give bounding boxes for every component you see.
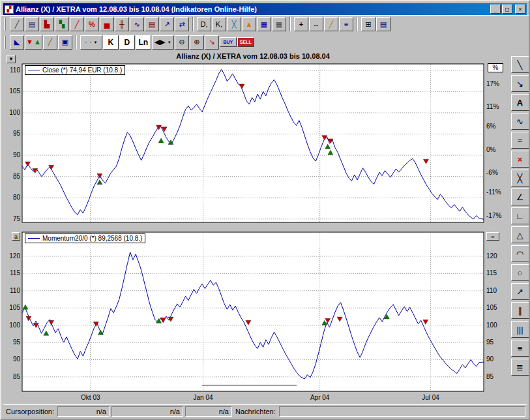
candlestick-button[interactable]: ╫ <box>115 17 129 31</box>
angle-tool-button[interactable]: ∠ <box>511 188 529 205</box>
chart-window-button[interactable]: ▣ <box>58 35 72 50</box>
pencil-icon: ╱ <box>329 21 334 28</box>
transfer-icon: ⇄ <box>179 21 184 28</box>
toolbar-separator <box>76 35 77 50</box>
quote-list-button[interactable]: ▤ <box>145 17 159 31</box>
percent-axis-button[interactable]: % <box>488 63 503 72</box>
trend-arrow-tool-button[interactable]: ↗ <box>511 283 529 300</box>
toolbar-grip[interactable] <box>4 18 6 31</box>
toolbar-separator <box>192 17 194 31</box>
price-chart[interactable]: 758085909510010511017%11%6%0%-6%-11%-17% <box>4 63 506 226</box>
percent-scale-button[interactable]: % <box>85 17 99 31</box>
red-bars-button[interactable]: ▙ <box>40 17 54 31</box>
momentum-series-color-sample <box>28 238 40 239</box>
y-axis-label: 90 <box>13 355 21 363</box>
signals-button[interactable]: ▼▲ <box>25 35 42 50</box>
gray-table-icon: ▦ <box>276 21 282 28</box>
line-chart-button[interactable]: ∿ <box>130 17 144 31</box>
indicator-alert-button[interactable]: ▲ <box>242 17 256 31</box>
y-axis-label: 105 <box>9 87 20 95</box>
zoom-out-button[interactable]: ⊖ <box>175 35 189 50</box>
momentum-chart[interactable]: 8585909095951001001051051101101151151201… <box>4 231 506 404</box>
wave-tool-icon: ≈ <box>518 136 522 145</box>
blue-table-button[interactable]: ▦ <box>257 17 271 31</box>
green-area-icon: ▚ <box>59 21 65 28</box>
ln-scale-icon: Ln <box>138 38 148 46</box>
triangle-tool-button[interactable]: △ <box>511 226 529 243</box>
delete-drawing-tool-button[interactable]: × <box>511 151 529 168</box>
pan-button[interactable]: ◀▶▼ <box>152 35 174 50</box>
ln-scale-button[interactable]: Ln <box>136 35 151 50</box>
pencil-button[interactable]: ╱ <box>324 17 338 31</box>
cursor-value-field-2: n/a <box>111 406 183 417</box>
notes-button[interactable]: ▤ <box>376 17 390 31</box>
d-scale-button[interactable]: D <box>119 35 135 50</box>
x-axis-label: Apr 04 <box>310 394 330 401</box>
tools-tool-button[interactable]: ╳ <box>511 170 529 187</box>
chart-arrow-button[interactable]: ↗ <box>160 17 174 31</box>
toolbar-grip[interactable] <box>4 36 6 49</box>
application-window: ▞ Allianz (X) / XETRA vom 12.08.03 bis 1… <box>0 0 530 420</box>
zoom-out-icon: ⊖ <box>179 38 184 46</box>
mountain-chart-button[interactable]: ◣ <box>10 35 24 50</box>
fibonacci-tool-button[interactable]: ≣ <box>511 359 529 376</box>
indicator-cross-button[interactable]: ╳ <box>227 17 241 31</box>
daily-period-button[interactable]: D, <box>197 17 211 31</box>
histogram-button[interactable]: ▅ <box>100 17 114 31</box>
grid-button[interactable]: ⊞ <box>361 17 375 31</box>
annotate-button[interactable]: ╱ <box>43 35 57 50</box>
zoom-in-button[interactable]: ⊕ <box>190 35 204 50</box>
percent-axis-label: 17% <box>486 80 499 87</box>
crosshair-button[interactable]: + <box>294 17 308 31</box>
channel-tool-button[interactable]: ≡ <box>511 340 529 357</box>
triangle-tool-icon: △ <box>517 231 523 239</box>
price-legend[interactable]: Close (*) 74,94 EUR (10.8.) <box>25 65 125 75</box>
parallel-lines-tool-icon: ∥ <box>518 307 522 315</box>
arrow-tool-button[interactable]: ↘ <box>511 75 529 92</box>
green-area-button[interactable]: ▚ <box>55 17 69 31</box>
right-angle-tool-button[interactable]: ∟ <box>511 207 529 224</box>
move-button[interactable]: ↔ <box>309 17 323 31</box>
gray-table-button[interactable]: ▦ <box>272 17 286 31</box>
copy-page-icon: ▤ <box>29 21 35 28</box>
wave-tool-button[interactable]: ≈ <box>511 132 529 149</box>
buy-button[interactable]: BUY <box>220 37 237 47</box>
statusbar: Cursorposition: n/a n/a n/a Nachrichten: <box>3 404 527 417</box>
window-controls: _ □ × <box>490 5 525 14</box>
cursor-value-field-1: n/a <box>57 406 110 417</box>
pan-icon: ◀▶ <box>155 38 166 46</box>
grid-icon: ⊞ <box>365 21 371 28</box>
text-tool-button[interactable]: A <box>511 94 529 111</box>
dropdown-arrow-icon: ▼ <box>94 40 98 44</box>
red-pen-button[interactable]: ╱ <box>70 17 84 31</box>
zigzag-tool-button[interactable]: ∿ <box>511 113 529 130</box>
period-icon: · · <box>85 38 91 46</box>
right-angle-tool-icon: ∟ <box>516 212 524 220</box>
edit-page-button[interactable]: ╱ <box>10 17 24 31</box>
y-axis-label: 115 <box>10 269 20 277</box>
parallel-lines-tool-button[interactable]: ∥ <box>511 302 529 319</box>
k-scale-button[interactable]: K <box>103 35 119 50</box>
maximize-button[interactable]: □ <box>502 5 512 14</box>
percent-scale-icon: % <box>89 21 95 28</box>
period-button[interactable]: · ·▼ <box>80 35 102 50</box>
y-axis-label: 100 <box>9 109 20 116</box>
compress-button[interactable]: ↘ <box>205 35 219 50</box>
copy-page-button[interactable]: ▤ <box>25 17 39 31</box>
hatch-lines-tool-button[interactable]: ||| <box>511 321 529 338</box>
arc-tool-button[interactable]: ◠ <box>511 245 529 262</box>
circle-tool-button[interactable]: ○ <box>511 264 529 281</box>
weekly-period-button[interactable]: K, <box>212 17 226 31</box>
help-book-icon: ≡ <box>344 21 348 28</box>
titlebar[interactable]: ▞ Allianz (X) / XETRA vom 12.08.03 bis 1… <box>3 3 527 15</box>
close-button[interactable]: × <box>515 5 525 14</box>
line-tool-button[interactable]: ╲ <box>511 56 529 73</box>
sell-button[interactable]: SELL <box>237 37 254 47</box>
plot-area[interactable] <box>22 64 484 222</box>
momentum-legend[interactable]: Momentum20/0 (*) 89,2568 (10.8.) <box>25 233 145 243</box>
minimize-button[interactable]: _ <box>490 5 501 14</box>
transfer-button[interactable]: ⇄ <box>175 17 189 31</box>
candlestick-icon: ╫ <box>119 21 125 28</box>
buy-icon: BUY <box>223 40 233 44</box>
help-book-button[interactable]: ≡ <box>339 17 353 31</box>
